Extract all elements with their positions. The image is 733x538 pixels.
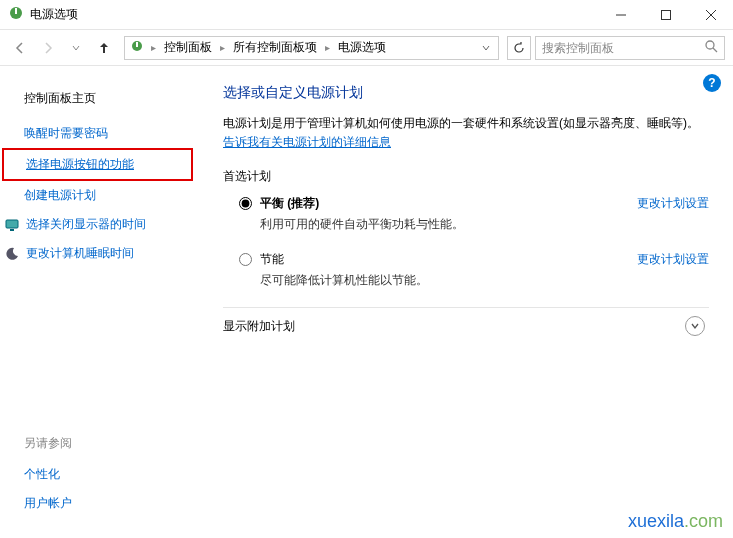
svg-rect-7 [136, 42, 138, 47]
sidebar-link-sleep-time[interactable]: 更改计算机睡眠时间 [24, 239, 171, 268]
nav-row: ▸ 控制面板 ▸ 所有控制面板项 ▸ 电源选项 [0, 30, 733, 66]
svg-line-9 [713, 48, 717, 52]
show-additional-plans[interactable]: 显示附加计划 [223, 316, 709, 336]
chevron-right-icon: ▸ [323, 42, 332, 53]
change-plan-link[interactable]: 更改计划设置 [637, 251, 709, 268]
close-button[interactable] [688, 0, 733, 30]
up-button[interactable] [92, 36, 116, 60]
help-icon[interactable]: ? [703, 74, 721, 92]
sidebar-seealso: 另请参阅 个性化 用户帐户 [0, 435, 195, 538]
watermark: xuexila.com [628, 511, 723, 532]
svg-point-8 [706, 41, 714, 49]
forward-button[interactable] [36, 36, 60, 60]
back-button[interactable] [8, 36, 32, 60]
moon-icon [4, 246, 20, 262]
preferred-plans-label: 首选计划 [223, 168, 709, 185]
sidebar-link-power-button[interactable]: 选择电源按钮的功能 [26, 154, 169, 175]
sidebar-link-wake-password[interactable]: 唤醒时需要密码 [24, 119, 171, 148]
search-icon[interactable] [704, 39, 718, 56]
breadcrumb-seg[interactable]: 所有控制面板项 [231, 39, 319, 56]
recent-button[interactable] [64, 36, 88, 60]
chevron-right-icon: ▸ [218, 42, 227, 53]
main-content: ? 选择或自定义电源计划 电源计划是用于管理计算机如何使用电源的一套硬件和系统设… [195, 66, 733, 538]
extra-plans-label: 显示附加计划 [223, 318, 295, 335]
svg-rect-10 [6, 220, 18, 228]
plan-name: 节能 [260, 251, 625, 268]
seealso-personalization[interactable]: 个性化 [24, 460, 171, 489]
desc-link[interactable]: 告诉我有关电源计划的详细信息 [223, 135, 391, 149]
chevron-right-icon: ▸ [149, 42, 158, 53]
plan-sub: 尽可能降低计算机性能以节能。 [260, 272, 625, 289]
sidebar-link-create-plan[interactable]: 创建电源计划 [24, 181, 171, 210]
seealso-user-accounts[interactable]: 用户帐户 [24, 489, 171, 518]
search-box[interactable] [535, 36, 725, 60]
change-plan-link[interactable]: 更改计划设置 [637, 195, 709, 212]
search-input[interactable] [542, 41, 704, 55]
titlebar: 电源选项 [0, 0, 733, 30]
plan-balanced: 平衡 (推荐) 利用可用的硬件自动平衡功耗与性能。 更改计划设置 [239, 195, 709, 233]
maximize-button[interactable] [643, 0, 688, 30]
sidebar: 控制面板主页 唤醒时需要密码 选择电源按钮的功能 创建电源计划 选择关闭显示器的… [0, 66, 195, 538]
monitor-icon [4, 217, 20, 233]
chevron-down-icon [685, 316, 705, 336]
svg-rect-11 [10, 229, 14, 231]
address-bar[interactable]: ▸ 控制面板 ▸ 所有控制面板项 ▸ 电源选项 [124, 36, 499, 60]
minimize-button[interactable] [598, 0, 643, 30]
plan-name: 平衡 (推荐) [260, 195, 625, 212]
plan-sub: 利用可用的硬件自动平衡功耗与性能。 [260, 216, 625, 233]
sidebar-link-highlight: 选择电源按钮的功能 [2, 148, 193, 181]
plan-radio-power-saver[interactable] [239, 253, 252, 266]
svg-rect-3 [661, 10, 670, 19]
app-icon [8, 5, 24, 24]
page-heading: 选择或自定义电源计划 [223, 84, 709, 102]
seealso-label: 另请参阅 [24, 435, 171, 452]
breadcrumb-seg[interactable]: 电源选项 [336, 39, 388, 56]
body: 控制面板主页 唤醒时需要密码 选择电源按钮的功能 创建电源计划 选择关闭显示器的… [0, 66, 733, 538]
address-dropdown-icon[interactable] [478, 41, 494, 55]
breadcrumb-seg[interactable]: 控制面板 [162, 39, 214, 56]
plan-radio-balanced[interactable] [239, 197, 252, 210]
sidebar-home[interactable]: 控制面板主页 [24, 84, 171, 113]
refresh-button[interactable] [507, 36, 531, 60]
location-icon [129, 38, 145, 57]
page-description: 电源计划是用于管理计算机如何使用电源的一套硬件和系统设置(如显示器亮度、睡眠等)… [223, 114, 709, 152]
sidebar-link-display-off[interactable]: 选择关闭显示器的时间 [24, 210, 171, 239]
plan-power-saver: 节能 尽可能降低计算机性能以节能。 更改计划设置 [239, 251, 709, 289]
window-title: 电源选项 [30, 6, 598, 23]
svg-rect-1 [15, 8, 17, 14]
